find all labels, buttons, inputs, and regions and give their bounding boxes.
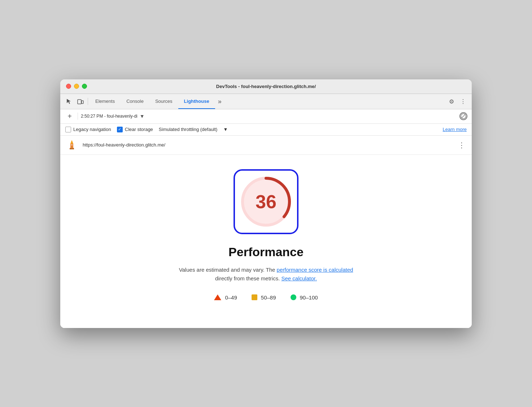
svg-rect-6	[70, 148, 74, 149]
select-tool-button[interactable]	[63, 96, 75, 107]
tab-divider	[88, 98, 88, 105]
score-card: 36	[234, 169, 298, 234]
traffic-lights	[66, 84, 87, 89]
poor-icon	[214, 294, 221, 300]
learn-more-link[interactable]: Learn more	[443, 127, 467, 132]
legacy-navigation-checkbox[interactable]	[65, 127, 71, 132]
more-tabs-button[interactable]: »	[215, 98, 224, 105]
url-bar: https://foul-heavenly-direction.glitch.m…	[60, 136, 472, 155]
legend-item-good: 90–100	[291, 294, 318, 301]
devtools-panel: Elements Console Sources Lighthouse » ⚙ …	[60, 94, 472, 328]
url-text: https://foul-heavenly-direction.glitch.m…	[83, 142, 452, 148]
url-more-button[interactable]: ⋮	[457, 140, 467, 150]
tab-bar: Elements Console Sources Lighthouse » ⚙ …	[60, 94, 472, 109]
svg-rect-0	[78, 100, 81, 104]
clear-storage-checkbox[interactable]: ✓	[117, 127, 123, 132]
settings-button[interactable]: ⚙	[446, 96, 457, 107]
legacy-navigation-option: Legacy navigation	[65, 127, 111, 132]
clear-storage-option: ✓ Clear storage	[117, 127, 153, 132]
score-value: 36	[256, 191, 276, 213]
tab-lighthouse[interactable]: Lighthouse	[178, 94, 215, 109]
svg-line-3	[462, 114, 465, 118]
title-bar: DevTools - foul-heavenly-direction.glitc…	[60, 79, 472, 94]
legend: 0–49 50–89 90–100	[214, 294, 318, 301]
svg-rect-5	[70, 144, 73, 148]
performance-description: Values are estimated and may vary. The p…	[179, 266, 353, 283]
legend-item-poor: 0–49	[214, 294, 237, 301]
svg-marker-4	[70, 140, 73, 144]
tab-console[interactable]: Console	[121, 94, 149, 109]
svg-rect-1	[82, 101, 83, 104]
device-toggle-button[interactable]	[75, 96, 86, 107]
toolbar-divider	[78, 113, 78, 120]
lighthouse-favicon	[65, 139, 78, 152]
svg-rect-7	[71, 144, 73, 145]
score-circle: 36	[243, 178, 289, 225]
maximize-button[interactable]	[82, 84, 87, 89]
tab-elements[interactable]: Elements	[90, 94, 121, 109]
close-button[interactable]	[66, 84, 71, 89]
more-options-button[interactable]: ⋮	[457, 96, 469, 107]
performance-title: Performance	[228, 245, 304, 259]
toolbar: + 2:50:27 PM - foul-heavenly-di ▼	[60, 109, 472, 124]
average-icon	[252, 294, 257, 300]
tab-sources[interactable]: Sources	[149, 94, 178, 109]
throttling-dropdown[interactable]: ▼	[223, 127, 228, 132]
window-title: DevTools - foul-heavenly-direction.glitc…	[216, 84, 316, 89]
legend-item-average: 50–89	[252, 294, 276, 301]
toolbar-url: 2:50:27 PM - foul-heavenly-di ▼	[81, 113, 457, 119]
calculator-link[interactable]: See calculator.	[281, 275, 317, 281]
options-bar: Legacy navigation ✓ Clear storage Simula…	[60, 124, 472, 136]
add-button[interactable]: +	[65, 111, 75, 121]
throttling-label: Simulated throttling (default)	[159, 127, 218, 132]
good-icon	[291, 294, 296, 300]
no-entry-button[interactable]	[459, 112, 467, 120]
main-content: 36 Performance Values are estimated and …	[60, 155, 472, 328]
perf-score-link[interactable]: performance score is calculated	[277, 267, 353, 273]
minimize-button[interactable]	[74, 84, 79, 89]
devtools-window: DevTools - foul-heavenly-direction.glitc…	[60, 79, 472, 328]
url-dropdown[interactable]: ▼	[140, 113, 145, 119]
